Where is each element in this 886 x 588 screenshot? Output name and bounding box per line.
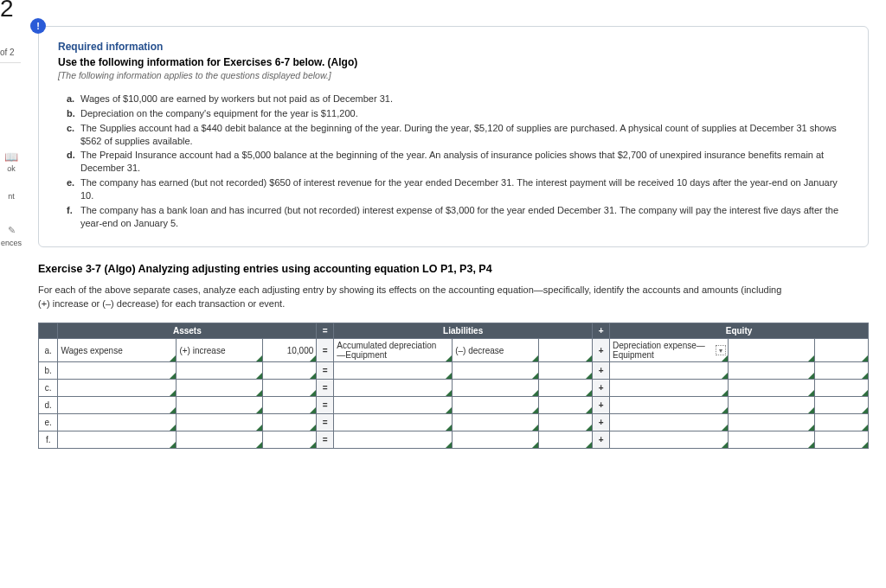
operator-plus: + (593, 380, 610, 397)
asset-amount-cell[interactable]: 10,000 (263, 339, 317, 362)
liability-direction-cell[interactable] (453, 380, 539, 397)
operator-eq-text: = (323, 400, 328, 410)
equity-account-cell[interactable] (610, 397, 729, 414)
liability-account-cell[interactable] (334, 380, 453, 397)
asset-direction-cell[interactable] (177, 431, 263, 449)
cell-corner-icon (256, 355, 262, 361)
fact-label: f. (67, 204, 80, 230)
asset-amount-cell-text: 10,000 (287, 346, 314, 355)
operator-eq-text: = (323, 346, 328, 355)
fact-text: The company has earned (but not recorded… (80, 176, 849, 202)
cell-corner-icon (170, 407, 176, 413)
liability-account-cell-text: Accumulated depreciation —Equipment (337, 341, 436, 360)
equity-direction-cell[interactable] (729, 380, 815, 397)
equity-account-cell[interactable] (610, 362, 729, 380)
liability-account-cell[interactable] (334, 362, 453, 380)
cell-corner-icon (256, 407, 262, 413)
row-index: c. (39, 380, 58, 397)
cell-corner-icon (722, 425, 728, 431)
fact-text: The Prepaid Insurance account had a $5,0… (80, 149, 849, 175)
liability-direction-cell[interactable] (453, 414, 539, 431)
liability-direction-cell[interactable] (453, 431, 539, 449)
liability-amount-cell[interactable] (538, 339, 592, 362)
operator-plus: + (593, 339, 610, 362)
liability-direction-cell[interactable]: (–) decrease (453, 339, 539, 362)
asset-direction-cell[interactable] (177, 414, 263, 431)
asset-account-cell[interactable] (58, 414, 177, 431)
cell-corner-icon (808, 373, 814, 379)
equity-direction-cell[interactable] (729, 431, 815, 449)
cell-corner-icon (170, 442, 176, 448)
liability-account-cell[interactable] (334, 397, 453, 414)
equity-amount-cell[interactable] (814, 362, 868, 380)
asset-amount-cell[interactable] (263, 397, 317, 414)
equity-direction-cell[interactable] (729, 397, 815, 414)
equity-account-cell[interactable]: Depreciation expense—Equipment▾ (610, 339, 729, 362)
asset-account-cell[interactable] (58, 362, 177, 380)
liability-direction-cell[interactable] (453, 362, 539, 380)
asset-direction-cell[interactable]: (+) increase (177, 339, 263, 362)
liability-amount-cell[interactable] (538, 362, 592, 380)
equity-amount-cell[interactable] (814, 431, 868, 449)
asset-account-cell[interactable] (58, 397, 177, 414)
cell-corner-icon (808, 390, 814, 396)
operator-plus-text: + (599, 400, 604, 410)
asset-direction-cell[interactable] (177, 380, 263, 397)
liability-amount-cell[interactable] (538, 414, 592, 431)
references-icon[interactable]: ✎ (0, 225, 22, 236)
row-index: d. (39, 397, 58, 414)
liability-account-cell[interactable] (334, 431, 453, 449)
asset-account-cell[interactable]: Wages expense (58, 339, 177, 362)
cell-corner-icon (256, 425, 262, 431)
row-index: a. (39, 339, 58, 362)
hint-label-fragment[interactable]: nt (0, 192, 22, 201)
cell-corner-icon (310, 442, 316, 448)
header-assets: Assets (58, 323, 317, 339)
chevron-down-icon[interactable]: ▾ (716, 345, 726, 355)
fact-text: The Supplies account had a $440 debit ba… (80, 122, 849, 148)
equity-account-cell[interactable] (610, 380, 729, 397)
cell-corner-icon (808, 425, 814, 431)
equity-direction-cell[interactable] (729, 362, 815, 380)
asset-amount-cell[interactable] (263, 380, 317, 397)
operator-eq: = (317, 339, 334, 362)
fact-item: a.Wages of $10,000 are earned by workers… (67, 93, 849, 105)
asset-direction-cell[interactable] (177, 397, 263, 414)
asset-account-cell[interactable] (58, 380, 177, 397)
liability-amount-cell[interactable] (538, 431, 592, 449)
cell-corner-icon (862, 373, 868, 379)
asset-account-cell[interactable] (58, 431, 177, 449)
cell-corner-icon (586, 355, 592, 361)
liability-amount-cell[interactable] (538, 380, 592, 397)
equity-amount-cell[interactable] (814, 397, 868, 414)
required-info-card: ! Required information Use the following… (38, 26, 869, 247)
liability-direction-cell[interactable] (453, 397, 539, 414)
header-equity: Equity (610, 323, 869, 339)
cell-corner-icon (862, 390, 868, 396)
equity-account-cell[interactable] (610, 414, 729, 431)
ebook-label-fragment: ok (0, 164, 22, 173)
table-row: e.=+ (39, 414, 869, 431)
asset-direction-cell[interactable] (177, 362, 263, 380)
operator-eq: = (317, 397, 334, 414)
table-row: d.=+ (39, 397, 869, 414)
liability-amount-cell[interactable] (538, 397, 592, 414)
row-index-text: f. (46, 435, 51, 444)
row-index-text: d. (45, 400, 52, 410)
equity-amount-cell[interactable] (814, 380, 868, 397)
equity-amount-cell[interactable] (814, 414, 868, 431)
ebook-icon[interactable]: 📖 (0, 150, 22, 163)
cell-corner-icon (532, 425, 538, 431)
equity-amount-cell[interactable] (814, 339, 868, 362)
fact-item: b.Depreciation on the company's equipmen… (67, 107, 849, 120)
cell-corner-icon (446, 390, 452, 396)
asset-amount-cell[interactable] (263, 362, 317, 380)
operator-plus-text: + (599, 418, 604, 427)
liability-account-cell[interactable]: Accumulated depreciation —Equipment (334, 339, 453, 362)
asset-amount-cell[interactable] (263, 414, 317, 431)
equity-direction-cell[interactable] (729, 414, 815, 431)
asset-amount-cell[interactable] (263, 431, 317, 449)
equity-direction-cell[interactable] (729, 339, 815, 362)
equity-account-cell[interactable] (610, 431, 729, 449)
liability-account-cell[interactable] (334, 414, 453, 431)
